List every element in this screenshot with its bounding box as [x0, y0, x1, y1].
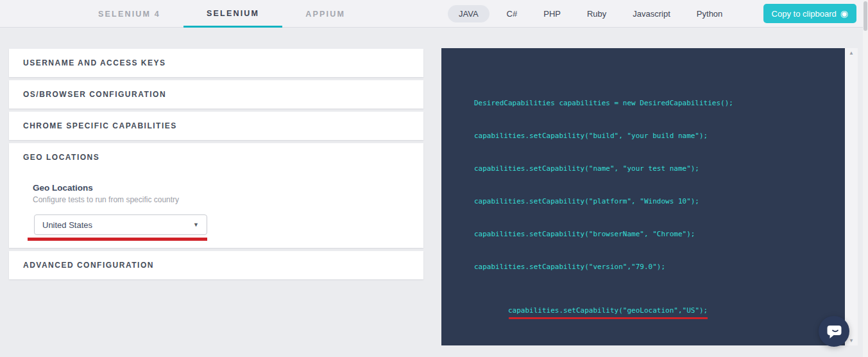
section-advanced-configuration: ADVANCED CONFIGURATION [9, 251, 423, 279]
page-scrollbar-thumb[interactable] [864, 1, 867, 31]
tab-appium-label: APPIUM [305, 10, 345, 19]
annotation-underline-code: capabilities.setCapability("geoLocation"… [508, 305, 708, 316]
chat-widget-button[interactable] [819, 316, 849, 347]
code-block: DesiredCapabilities capabilities = new D… [474, 76, 733, 327]
tab-lang-java[interactable]: JAVA [448, 5, 489, 22]
chat-bubble-icon [826, 323, 842, 340]
tab-lang-php[interactable]: PHP [534, 5, 570, 22]
code-line-6: capabilities.setCapability("version","79… [474, 261, 733, 272]
generated-code-panel: DesiredCapabilities capabilities = new D… [441, 48, 845, 345]
section-username-access-keys: USERNAME AND ACCESS KEYS [9, 49, 423, 77]
geo-locations-body: Geo Locations Configure tests to run fro… [9, 171, 423, 248]
geo-locations-description: Configure tests to run from specific cou… [33, 195, 179, 204]
section-header-chrome-specific-capabilities[interactable]: CHROME SPECIFIC CAPABILITIES [9, 112, 423, 140]
framework-tabs: SELENIUM 4 SELENIUM APPIUM [75, 0, 368, 28]
copy-button-label: Copy to clipboard [772, 9, 837, 19]
section-geo-locations: GEO LOCATIONS Geo Locations Configure te… [9, 143, 423, 248]
code-line-geolocation-highlighted: capabilities.setCapability("geoLocation"… [474, 294, 733, 305]
copy-icon: ◉ [840, 9, 848, 18]
language-tabs: JAVA C# PHP Ruby Javascript Python [448, 0, 731, 28]
section-os-browser-configuration: OS/BROWSER CONFIGURATION [9, 80, 423, 109]
scroll-up-arrow-icon[interactable]: ▲ [845, 50, 858, 56]
section-header-geo-locations[interactable]: GEO LOCATIONS [9, 143, 423, 171]
geo-country-select[interactable]: United States ▼ [34, 214, 207, 235]
code-line-5: capabilities.setCapability("browserName"… [474, 229, 733, 239]
annotation-underline-dropdown [28, 238, 207, 241]
section-header-os-browser-configuration[interactable]: OS/BROWSER CONFIGURATION [9, 80, 423, 109]
tab-selenium4-label: SELENIUM 4 [98, 10, 160, 19]
code-line-1: DesiredCapabilities capabilities = new D… [474, 98, 733, 109]
tab-appium[interactable]: APPIUM [282, 0, 368, 28]
copy-to-clipboard-button[interactable]: Copy to clipboard ◉ [763, 4, 856, 23]
tab-lang-python[interactable]: Python [688, 5, 731, 22]
code-line-2: capabilities.setCapability("build", "you… [474, 130, 733, 141]
capabilities-accordion: USERNAME AND ACCESS KEYS OS/BROWSER CONF… [9, 49, 423, 279]
tab-selenium[interactable]: SELENIUM [183, 0, 282, 28]
chevron-down-icon: ▼ [193, 222, 199, 228]
code-line-3: capabilities.setCapability("name", "your… [474, 163, 733, 174]
header-bar: SELENIUM 4 SELENIUM APPIUM JAVA C# PHP R… [0, 0, 868, 28]
tab-selenium4[interactable]: SELENIUM 4 [75, 0, 183, 28]
code-panel-scrollbar[interactable]: ▲ ▼ [845, 48, 858, 345]
section-header-username-access-keys[interactable]: USERNAME AND ACCESS KEYS [9, 49, 423, 77]
tab-lang-csharp[interactable]: C# [498, 5, 527, 22]
geo-country-selected-value: United States [42, 220, 92, 230]
tab-lang-javascript[interactable]: Javascript [624, 5, 679, 22]
code-line-4: capabilities.setCapability("platform", "… [474, 196, 733, 207]
geo-locations-label: Geo Locations [33, 183, 93, 193]
section-header-advanced-configuration[interactable]: ADVANCED CONFIGURATION [9, 251, 423, 279]
tab-selenium-label: SELENIUM [207, 9, 259, 18]
tab-lang-ruby[interactable]: Ruby [578, 5, 615, 22]
page-scrollbar[interactable] [863, 0, 868, 357]
section-chrome-specific-capabilities: CHROME SPECIFIC CAPABILITIES [9, 112, 423, 140]
capabilities-generator-app: SELENIUM 4 SELENIUM APPIUM JAVA C# PHP R… [0, 0, 868, 357]
